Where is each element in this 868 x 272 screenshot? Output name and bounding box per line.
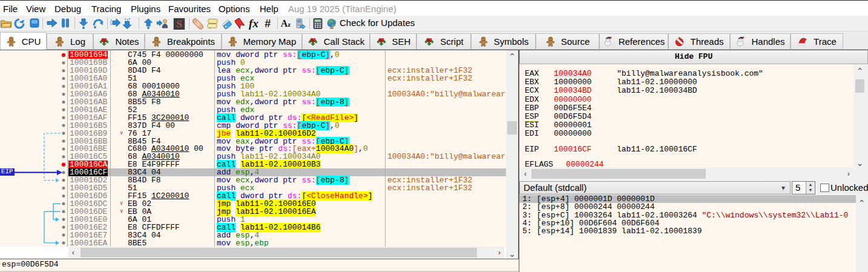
svg-text:S: S: [176, 18, 182, 30]
